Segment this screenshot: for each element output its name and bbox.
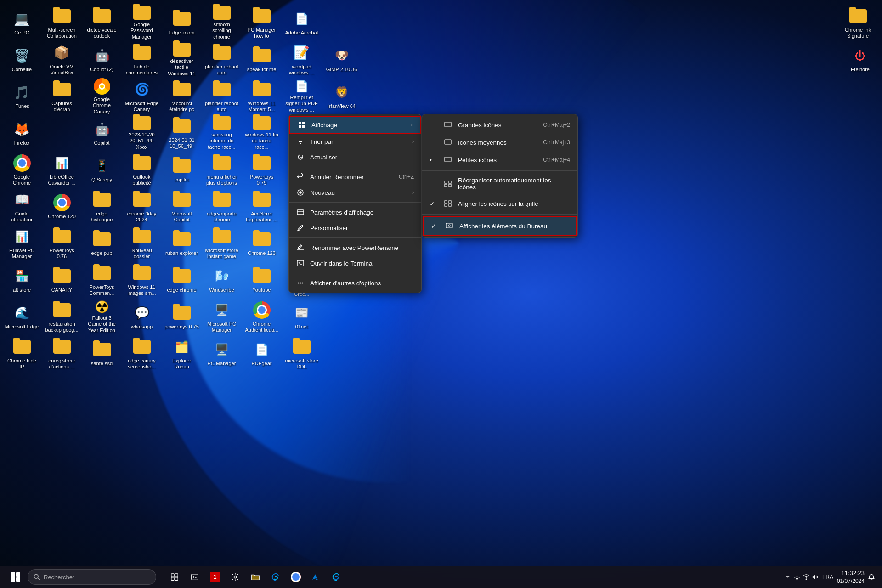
- desktop-icon-menu-afficher[interactable]: menu afficher plus d'options: [202, 152, 241, 188]
- desktop-icon-powertoys076[interactable]: PowerToys 0.76: [42, 225, 81, 262]
- desktop-icon-whatsapp[interactable]: 💬 whatsapp: [122, 299, 161, 335]
- desktop-icon-eteindre[interactable]: ⏻ Eteindre: [841, 41, 880, 78]
- desktop-icon-corbeille[interactable]: 🗑️ Corbeille: [2, 41, 41, 78]
- tray-chevron-icon[interactable]: [785, 574, 791, 580]
- desktop-icon-irfanview[interactable]: 🦁 IrfanView 64: [322, 78, 361, 115]
- taskbar-task-view[interactable]: [165, 568, 184, 586]
- desktop-icon-remplir[interactable]: 📄 Remplir et signer un PDF windows ...: [282, 78, 321, 115]
- desktop-icon-hub[interactable]: hub de commentaires: [122, 41, 161, 78]
- desktop-icon-windscribe[interactable]: 🌬️ Windscribe: [202, 262, 241, 299]
- desktop-icon-firefox[interactable]: 🦊 Firefox: [2, 115, 41, 152]
- desktop-icon-qtscrcpy[interactable]: 📱 QtScrcpy: [82, 152, 121, 188]
- desktop-icon-pc-manager2[interactable]: 🖥️ PC Manager: [202, 335, 241, 372]
- desktop-icon-ms-copilot[interactable]: Microsoft Copilot: [162, 188, 201, 225]
- desktop-icon-powertoys079[interactable]: Powertoys 0.79: [242, 152, 281, 188]
- desktop-icon-win11-moment[interactable]: Windows 11 Moment 5...: [242, 78, 281, 115]
- desktop-icon-edge-pub[interactable]: edge pub: [82, 225, 121, 262]
- desktop-icon-desactiver[interactable]: désactiver tactile Windows 11: [162, 41, 201, 78]
- context-menu-parametres[interactable]: Paramètres d'affichage: [289, 204, 421, 220]
- submenu-aligner[interactable]: ✓ Aligner les icônes sur la grille: [422, 195, 577, 212]
- desktop-icon-accelerer[interactable]: Accélérer Explorateur ...: [242, 188, 281, 225]
- desktop-icon-dictee[interactable]: dictée vocale outlook: [82, 5, 121, 41]
- desktop-icon-01net[interactable]: 📰 01net: [282, 299, 321, 335]
- desktop-icon-ruban-explorer[interactable]: ruban explorer: [162, 225, 201, 262]
- desktop-icon-ms-store[interactable]: Microsoft store instant game: [202, 225, 241, 262]
- desktop-icon-sante-ssd[interactable]: sante ssd: [82, 335, 121, 372]
- desktop-icon-ce-pc[interactable]: 💻 Ce PC: [2, 5, 41, 41]
- desktop-icon-ms-pc-manager[interactable]: 🖥️ Microsoft PC Manager: [202, 299, 241, 335]
- taskbar-datetime[interactable]: 11:32:23 01/07/2024: [837, 569, 865, 585]
- context-menu-more-options[interactable]: Afficher d'autres d'options: [289, 275, 421, 291]
- desktop-icon-google-password[interactable]: Google Password Manager: [122, 5, 161, 41]
- desktop-icon-edge-zoom[interactable]: Edge zoom: [162, 5, 201, 41]
- submenu-afficher-elements[interactable]: ✓ Afficher les éléments du Bureau: [423, 216, 577, 236]
- submenu-icones-moyennes[interactable]: Icônes moyennes Ctrl+Maj+3: [422, 134, 577, 151]
- desktop-icon-guide[interactable]: 📖 Guide utilisateur: [2, 188, 41, 225]
- desktop-icon-chrome-canary[interactable]: Google Chrome Canary: [82, 78, 121, 115]
- taskbar-chrome[interactable]: [287, 568, 305, 586]
- desktop-icon-nouveau-dossier[interactable]: Nouveau dossier: [122, 225, 161, 262]
- desktop-icon-ss2[interactable]: 2024-01-31 10_56_49-: [162, 115, 201, 152]
- desktop-icon-multi-screen[interactable]: Multi-screen Collaboration: [42, 5, 81, 41]
- desktop-icon-edge-canary[interactable]: 🌀 Microsoft Edge Canary: [122, 78, 161, 115]
- desktop-icon-oracle-vm[interactable]: 📦 Oracle VM VirtualBox: [42, 41, 81, 78]
- desktop-icon-planifier2[interactable]: planifier reboot auto: [202, 78, 241, 115]
- context-menu-affichage[interactable]: Affichage ›: [289, 116, 421, 134]
- desktop-icon-youtube[interactable]: Youtube: [242, 262, 281, 299]
- desktop-icon-edge-canary-screen[interactable]: edge canary screensho...: [122, 335, 161, 372]
- desktop-icon-fallout3[interactable]: ☢️ Fallout 3 Game of the Year Edition: [82, 299, 121, 335]
- desktop-icon-gimp[interactable]: 🐶 GIMP 2.10.36: [322, 41, 361, 78]
- context-menu-annuler[interactable]: Annuler Renommer Ctrl+Z: [289, 169, 421, 185]
- desktop-icon-powertoys075[interactable]: powertoys 0.75: [162, 299, 201, 335]
- desktop-icon-copilot4[interactable]: copilot: [162, 152, 201, 188]
- desktop-icon-chrome-ink[interactable]: Chrome Ink Signature: [838, 5, 877, 41]
- submenu-reorganiser[interactable]: Réorganiser automatiquement les icônes: [422, 173, 577, 195]
- taskbar-edge[interactable]: [266, 568, 285, 586]
- taskbar-settings[interactable]: [226, 568, 244, 586]
- context-menu-personnaliser[interactable]: Personnaliser: [289, 220, 421, 236]
- context-menu-actualiser[interactable]: Actualiser: [289, 149, 421, 165]
- tray-wifi-icon[interactable]: [803, 574, 809, 580]
- desktop-icon-copilot3[interactable]: 🤖 Copilot: [82, 115, 121, 152]
- desktop-icon-speak[interactable]: speak for me: [242, 41, 281, 78]
- desktop-icon-libreoffice[interactable]: 📊 LibreOffice Caviarder ...: [42, 152, 81, 188]
- desktop-icon-ms-edge[interactable]: 🌊 Microsoft Edge: [2, 299, 41, 335]
- taskbar-search[interactable]: Rechercher: [28, 569, 156, 585]
- desktop-icon-google-chrome[interactable]: Google Chrome: [2, 152, 41, 188]
- desktop-icon-edge-chrome[interactable]: edge chrome: [162, 262, 201, 299]
- desktop-icon-chrome-hide-ip[interactable]: Chrome hide IP: [2, 335, 41, 372]
- desktop-icon-explorer-ruban[interactable]: 🗂️ Explorer Ruban: [162, 335, 201, 372]
- tray-network-icon[interactable]: [794, 574, 800, 580]
- submenu-petites-icones[interactable]: • Petites icônes Ctrl+Maj+4: [422, 151, 577, 169]
- desktop-icon-huawei-pc[interactable]: 📊 Huawei PC Manager: [2, 225, 41, 262]
- context-menu-powertoys-rename[interactable]: Renommer avec PowerRename: [289, 240, 421, 255]
- desktop-icon-restauration[interactable]: restauration backup goog...: [42, 299, 81, 335]
- desktop-icon-win11-images[interactable]: Windows 11 images sm...: [122, 262, 161, 299]
- taskbar-file-explorer[interactable]: [246, 568, 265, 586]
- tray-notification-icon[interactable]: [868, 574, 875, 580]
- taskbar-azure[interactable]: [307, 568, 325, 586]
- desktop-icon-chrome-auth[interactable]: Chrome Authentificati...: [242, 299, 281, 335]
- start-button[interactable]: [7, 569, 24, 585]
- desktop-icon-adobe-acrobat[interactable]: 📄 Adobe Acrobat: [282, 5, 321, 41]
- desktop-icon-win11-find[interactable]: windows 11 fin de tache racc...: [242, 115, 281, 152]
- desktop-icon-pc-manager-how[interactable]: PC Manager how to: [242, 5, 281, 41]
- context-menu-trier[interactable]: Trier par ›: [289, 134, 421, 149]
- desktop-icon-captures[interactable]: Captures d'écran: [42, 78, 81, 115]
- submenu-grandes-icones[interactable]: Grandes icônes Ctrl+Maj+2: [422, 116, 577, 134]
- desktop-icon-pdfgear[interactable]: 📄 PDFgear: [242, 335, 281, 372]
- desktop-icon-samsung[interactable]: samsung internet de tache racc...: [202, 115, 241, 152]
- desktop-icon-chrome-0day[interactable]: chrome 0day 2024: [122, 188, 161, 225]
- desktop-icon-xbox-ss[interactable]: 2023-10-20 20_51_44-Xbox: [122, 115, 161, 152]
- desktop-icon-edge-historique[interactable]: edge historique: [82, 188, 121, 225]
- desktop-icon-outlook-pub[interactable]: Outlook publicité: [122, 152, 161, 188]
- desktop-icon-raccourci[interactable]: raccourci éteindre pc: [162, 78, 201, 115]
- desktop-icon-canary[interactable]: CANARY: [42, 262, 81, 299]
- desktop-icon-chrome123[interactable]: Chrome 123: [242, 225, 281, 262]
- taskbar-1password[interactable]: 1: [206, 568, 224, 586]
- tray-volume-icon[interactable]: [812, 574, 819, 580]
- desktop-icon-planifier[interactable]: planifier reboot auto: [202, 41, 241, 78]
- taskbar-edge2[interactable]: [327, 568, 345, 586]
- context-menu-terminal[interactable]: Ouvrir dans le Terminal: [289, 255, 421, 271]
- desktop-icon-ms-store-ddl[interactable]: microsoft store DDL: [282, 335, 321, 372]
